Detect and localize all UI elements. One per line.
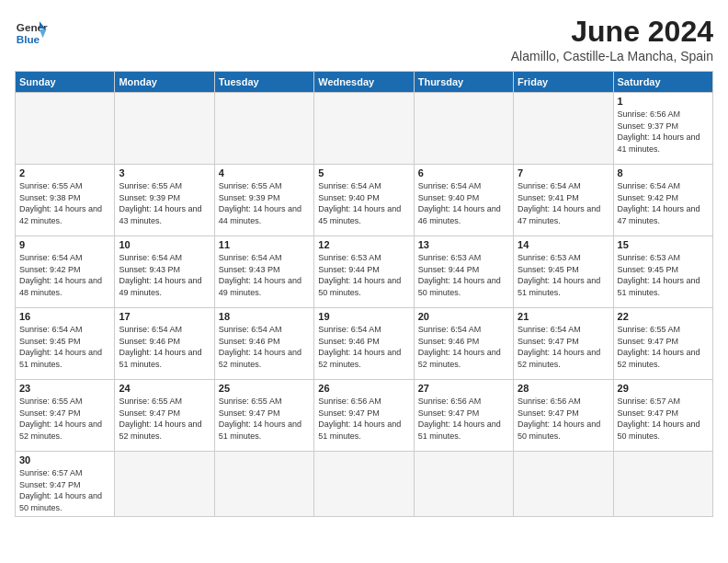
day-info: Sunrise: 6:53 AMSunset: 9:45 PMDaylight:… xyxy=(618,252,709,298)
calendar-cell: 18Sunrise: 6:54 AMSunset: 9:46 PMDayligh… xyxy=(214,308,313,380)
day-info: Sunrise: 6:55 AMSunset: 9:38 PMDaylight:… xyxy=(19,180,110,226)
day-number: 21 xyxy=(518,311,609,322)
calendar-cell: 19Sunrise: 6:54 AMSunset: 9:46 PMDayligh… xyxy=(314,308,414,380)
calendar-week-6: 30Sunrise: 6:57 AMSunset: 9:47 PMDayligh… xyxy=(16,452,713,517)
day-info: Sunrise: 6:54 AMSunset: 9:46 PMDaylight:… xyxy=(219,324,310,370)
calendar-week-2: 2Sunrise: 6:55 AMSunset: 9:38 PMDaylight… xyxy=(16,165,713,236)
calendar-cell: 10Sunrise: 6:54 AMSunset: 9:43 PMDayligh… xyxy=(115,236,214,308)
day-number: 19 xyxy=(318,311,409,322)
location-title: Alamillo, Castille-La Mancha, Spain xyxy=(511,49,713,63)
calendar-cell xyxy=(613,452,712,517)
day-info: Sunrise: 6:54 AMSunset: 9:43 PMDaylight:… xyxy=(219,252,310,298)
day-info: Sunrise: 6:54 AMSunset: 9:46 PMDaylight:… xyxy=(318,324,409,370)
calendar-cell: 16Sunrise: 6:54 AMSunset: 9:45 PMDayligh… xyxy=(16,308,115,380)
day-number: 16 xyxy=(19,311,110,322)
calendar-cell: 12Sunrise: 6:53 AMSunset: 9:44 PMDayligh… xyxy=(314,236,414,308)
weekday-header-thursday: Thursday xyxy=(414,72,513,93)
day-number: 27 xyxy=(418,383,509,394)
calendar-cell: 7Sunrise: 6:54 AMSunset: 9:41 PMDaylight… xyxy=(514,165,613,236)
calendar-cell: 9Sunrise: 6:54 AMSunset: 9:42 PMDaylight… xyxy=(16,236,115,308)
day-number: 18 xyxy=(219,311,310,322)
calendar-cell: 6Sunrise: 6:54 AMSunset: 9:40 PMDaylight… xyxy=(414,165,513,236)
weekday-header-wednesday: Wednesday xyxy=(314,72,414,93)
day-number: 6 xyxy=(418,167,509,178)
day-number: 26 xyxy=(318,383,409,394)
day-number: 30 xyxy=(19,454,110,465)
day-info: Sunrise: 6:54 AMSunset: 9:42 PMDaylight:… xyxy=(618,180,709,226)
day-info: Sunrise: 6:56 AMSunset: 9:47 PMDaylight:… xyxy=(318,396,409,442)
calendar-cell: 23Sunrise: 6:55 AMSunset: 9:47 PMDayligh… xyxy=(16,380,115,452)
logo: General Blue xyxy=(15,15,48,48)
calendar-body: 1Sunrise: 6:56 AMSunset: 9:37 PMDaylight… xyxy=(16,93,713,517)
day-info: Sunrise: 6:56 AMSunset: 9:47 PMDaylight:… xyxy=(518,396,609,442)
day-number: 11 xyxy=(219,239,310,250)
calendar-cell xyxy=(314,452,414,517)
calendar-cell: 1Sunrise: 6:56 AMSunset: 9:37 PMDaylight… xyxy=(613,93,712,165)
calendar-cell: 15Sunrise: 6:53 AMSunset: 9:45 PMDayligh… xyxy=(613,236,712,308)
day-number: 13 xyxy=(418,239,509,250)
day-number: 17 xyxy=(119,311,210,322)
day-info: Sunrise: 6:53 AMSunset: 9:45 PMDaylight:… xyxy=(518,252,609,298)
calendar-cell: 5Sunrise: 6:54 AMSunset: 9:40 PMDaylight… xyxy=(314,165,414,236)
calendar-cell: 4Sunrise: 6:55 AMSunset: 9:39 PMDaylight… xyxy=(214,165,313,236)
calendar-cell: 28Sunrise: 6:56 AMSunset: 9:47 PMDayligh… xyxy=(514,380,613,452)
calendar-cell xyxy=(115,452,214,517)
day-number: 10 xyxy=(119,239,210,250)
day-number: 24 xyxy=(119,383,210,394)
logo-icon: General Blue xyxy=(15,15,48,48)
calendar-cell: 27Sunrise: 6:56 AMSunset: 9:47 PMDayligh… xyxy=(414,380,513,452)
day-number: 2 xyxy=(19,167,110,178)
day-number: 9 xyxy=(19,239,110,250)
day-info: Sunrise: 6:54 AMSunset: 9:41 PMDaylight:… xyxy=(518,180,609,226)
day-info: Sunrise: 6:55 AMSunset: 9:47 PMDaylight:… xyxy=(618,324,709,370)
day-number: 5 xyxy=(318,167,409,178)
day-info: Sunrise: 6:54 AMSunset: 9:46 PMDaylight:… xyxy=(119,324,210,370)
calendar-cell xyxy=(514,452,613,517)
calendar-cell: 2Sunrise: 6:55 AMSunset: 9:38 PMDaylight… xyxy=(16,165,115,236)
day-info: Sunrise: 6:54 AMSunset: 9:40 PMDaylight:… xyxy=(318,180,409,226)
calendar-cell: 29Sunrise: 6:57 AMSunset: 9:47 PMDayligh… xyxy=(613,380,712,452)
day-info: Sunrise: 6:54 AMSunset: 9:43 PMDaylight:… xyxy=(119,252,210,298)
calendar-cell: 21Sunrise: 6:54 AMSunset: 9:47 PMDayligh… xyxy=(514,308,613,380)
calendar-cell: 14Sunrise: 6:53 AMSunset: 9:45 PMDayligh… xyxy=(514,236,613,308)
day-info: Sunrise: 6:56 AMSunset: 9:37 PMDaylight:… xyxy=(618,109,709,155)
day-number: 4 xyxy=(219,167,310,178)
calendar-cell: 13Sunrise: 6:53 AMSunset: 9:44 PMDayligh… xyxy=(414,236,513,308)
calendar-cell: 24Sunrise: 6:55 AMSunset: 9:47 PMDayligh… xyxy=(115,380,214,452)
month-title: June 2024 xyxy=(511,15,713,49)
weekday-header-sunday: Sunday xyxy=(16,72,115,93)
weekday-header-saturday: Saturday xyxy=(613,72,712,93)
day-info: Sunrise: 6:55 AMSunset: 9:39 PMDaylight:… xyxy=(119,180,210,226)
calendar-cell xyxy=(314,93,414,165)
svg-marker-3 xyxy=(40,29,46,38)
page-header: General Blue June 2024 Alamillo, Castill… xyxy=(15,15,713,63)
day-number: 29 xyxy=(618,383,709,394)
day-info: Sunrise: 6:56 AMSunset: 9:47 PMDaylight:… xyxy=(418,396,509,442)
calendar-table: SundayMondayTuesdayWednesdayThursdayFrid… xyxy=(15,71,713,517)
calendar-cell: 11Sunrise: 6:54 AMSunset: 9:43 PMDayligh… xyxy=(214,236,313,308)
calendar-cell: 8Sunrise: 6:54 AMSunset: 9:42 PMDaylight… xyxy=(613,165,712,236)
day-number: 1 xyxy=(618,96,709,107)
calendar-week-1: 1Sunrise: 6:56 AMSunset: 9:37 PMDaylight… xyxy=(16,93,713,165)
calendar-cell: 22Sunrise: 6:55 AMSunset: 9:47 PMDayligh… xyxy=(613,308,712,380)
calendar-cell: 17Sunrise: 6:54 AMSunset: 9:46 PMDayligh… xyxy=(115,308,214,380)
day-info: Sunrise: 6:55 AMSunset: 9:47 PMDaylight:… xyxy=(219,396,310,442)
day-number: 3 xyxy=(119,167,210,178)
day-info: Sunrise: 6:53 AMSunset: 9:44 PMDaylight:… xyxy=(418,252,509,298)
day-number: 12 xyxy=(318,239,409,250)
day-number: 23 xyxy=(19,383,110,394)
day-number: 20 xyxy=(418,311,509,322)
calendar-cell: 20Sunrise: 6:54 AMSunset: 9:46 PMDayligh… xyxy=(414,308,513,380)
day-number: 25 xyxy=(219,383,310,394)
day-info: Sunrise: 6:54 AMSunset: 9:42 PMDaylight:… xyxy=(19,252,110,298)
calendar-cell xyxy=(514,93,613,165)
calendar-cell: 25Sunrise: 6:55 AMSunset: 9:47 PMDayligh… xyxy=(214,380,313,452)
calendar-week-5: 23Sunrise: 6:55 AMSunset: 9:47 PMDayligh… xyxy=(16,380,713,452)
day-info: Sunrise: 6:55 AMSunset: 9:39 PMDaylight:… xyxy=(219,180,310,226)
day-info: Sunrise: 6:54 AMSunset: 9:46 PMDaylight:… xyxy=(418,324,509,370)
day-info: Sunrise: 6:57 AMSunset: 9:47 PMDaylight:… xyxy=(618,396,709,442)
weekday-header-monday: Monday xyxy=(115,72,214,93)
calendar-cell xyxy=(414,93,513,165)
day-info: Sunrise: 6:54 AMSunset: 9:45 PMDaylight:… xyxy=(19,324,110,370)
day-number: 28 xyxy=(518,383,609,394)
